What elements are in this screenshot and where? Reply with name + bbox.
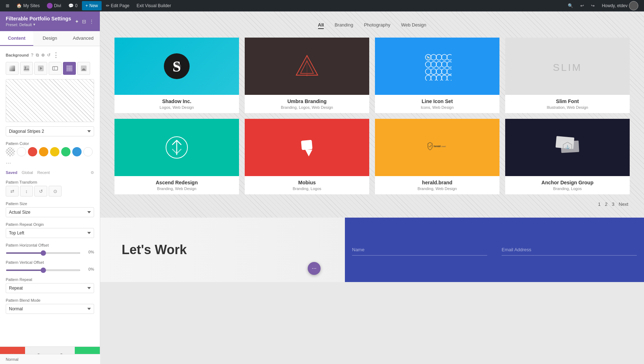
pattern-size-select[interactable]: Actual Size	[6, 207, 94, 217]
bg-video-btn[interactable]	[34, 62, 47, 75]
filter-all[interactable]: All	[318, 22, 324, 29]
pattern-blend-select[interactable]: Normal	[6, 304, 94, 314]
edit-page-button[interactable]: ✏ Edit Page	[103, 0, 132, 11]
pagination-next[interactable]: Next	[619, 202, 628, 207]
herald-title: herald.brand	[379, 180, 495, 185]
svg-rect-5	[53, 67, 58, 70]
content-area: All Branding Photography Web Design S	[100, 11, 644, 364]
shadow-subtitle: Logos, Web Design	[119, 105, 235, 110]
more-options-icon[interactable]: ⋮	[89, 19, 94, 24]
copy-icon[interactable]: ⧉	[36, 53, 39, 58]
color-swatch-light[interactable]	[83, 147, 93, 156]
magic-icon[interactable]: ✦	[75, 19, 79, 24]
pattern-select[interactable]: Diagonal Stripes 2	[6, 126, 94, 136]
svg-text:SLIM: SLIM	[553, 62, 582, 73]
pattern-color-label: Pattern Color	[6, 141, 94, 146]
pattern-repeat-origin-select[interactable]: Top Left	[6, 228, 94, 238]
plus-icon: +	[86, 3, 88, 8]
herald-subtitle: Branding, Web Design	[379, 186, 495, 191]
lineicon-title: Line Icon Set	[379, 98, 495, 104]
pattern-preview	[6, 79, 94, 122]
svg-point-22	[431, 54, 436, 60]
color-swatch-white[interactable]	[17, 147, 26, 156]
bg-more-icon[interactable]: ⋮	[53, 52, 59, 58]
portfolio-item-shadow[interactable]: S Shadow Inc. Logos, Web Design	[114, 38, 239, 113]
flip-v-btn[interactable]: ↕	[20, 186, 33, 196]
rotate-btn[interactable]: ↺	[34, 186, 47, 196]
h-offset-slider[interactable]	[6, 252, 80, 254]
color-swatch-transparent[interactable]	[6, 147, 15, 156]
columns-icon[interactable]: ⊟	[82, 19, 86, 24]
thumb-umbra	[245, 38, 369, 95]
svg-point-33	[436, 69, 442, 74]
divi-icon	[47, 3, 53, 9]
exit-builder-button[interactable]: Exit Visual Builder	[134, 0, 174, 11]
filter-branding[interactable]: Branding	[335, 22, 353, 29]
svg-rect-1	[24, 65, 29, 71]
pattern-repeat-row: Pattern Repeat Repeat	[6, 277, 94, 293]
v-offset-slider[interactable]	[6, 270, 80, 271]
tab-advanced-label: Advanced	[73, 35, 94, 41]
h-offset-value: 0%	[83, 250, 94, 254]
tab-content[interactable]: Content	[0, 31, 33, 46]
main-layout: Filterable Portfolio Settings Preset: De…	[0, 11, 644, 364]
panel-content: Background ? ⧉ ⊕ ↺ ⋮	[0, 46, 100, 346]
panel-preset[interactable]: Preset: Default ▾	[6, 22, 71, 27]
portfolio-item-slim[interactable]: SLIM Slim Font Illustration, Web Design	[505, 38, 630, 113]
tab-advanced[interactable]: Advanced	[67, 31, 100, 46]
divi-item[interactable]: Divi	[44, 0, 64, 11]
bg-mask-btn[interactable]	[77, 62, 90, 75]
transform-buttons: ⇄ ↕ ↺ ⊙	[6, 186, 94, 196]
color-swatch-blue[interactable]	[72, 147, 82, 156]
more-colors-icon[interactable]: ···	[6, 158, 11, 168]
bg-gradient-btn[interactable]	[6, 62, 19, 75]
saved-tab[interactable]: Saved	[6, 170, 17, 175]
bg-pattern-btn[interactable]	[63, 62, 76, 75]
tab-design[interactable]: Design	[33, 31, 67, 46]
undo-admin-button[interactable]: ↩	[577, 0, 587, 11]
page-3[interactable]: 3	[612, 202, 614, 207]
help-icon[interactable]: ?	[31, 53, 33, 58]
color-swatch-red[interactable]	[28, 147, 37, 156]
thumb-shadow: S	[114, 38, 239, 95]
svg-point-26	[425, 62, 431, 67]
filter-web-design[interactable]: Web Design	[401, 22, 426, 29]
filter-photography[interactable]: Photography	[364, 22, 390, 29]
portfolio-item-mobius[interactable]: Mobius Branding, Logos	[245, 119, 369, 194]
comments-item[interactable]: 💬 0	[65, 0, 80, 11]
new-button[interactable]: + New	[82, 1, 102, 10]
portfolio-item-umbra[interactable]: Umbra Branding Branding, Logos, Web Desi…	[245, 38, 369, 113]
ascend-title: Ascend Redesign	[119, 180, 235, 185]
portfolio-item-anchor[interactable]: ⚓ Anchor Design Group Branding, Logos	[505, 119, 630, 194]
page-2[interactable]: 2	[605, 202, 608, 207]
bg-image-btn[interactable]	[20, 62, 33, 75]
bg-slideshow-btn[interactable]	[49, 62, 62, 75]
reset-bg-icon[interactable]: ↺	[47, 53, 50, 58]
flip-h-btn[interactable]: ⇄	[6, 186, 19, 196]
global-tab[interactable]: Global	[21, 170, 33, 175]
pattern-size-row: Pattern Size Actual Size	[6, 202, 94, 217]
status-text: Normal	[6, 357, 18, 361]
panel-title: Filterable Portfolio Settings	[6, 16, 71, 21]
color-swatch-green[interactable]	[61, 147, 70, 156]
color-settings-icon[interactable]: ⚙	[91, 170, 94, 175]
invert-btn[interactable]: ⊙	[49, 186, 62, 196]
cursor-icon[interactable]: ⊕	[41, 53, 45, 58]
my-sites-item[interactable]: 🏠 My Sites	[14, 0, 43, 11]
slim-title: Slim Font	[509, 98, 625, 104]
portfolio-item-herald[interactable]: herald .brand herald.brand Branding, Web…	[375, 119, 499, 194]
herald-info: herald.brand Branding, Web Design	[375, 176, 499, 194]
color-swatch-yellow[interactable]	[50, 147, 59, 156]
redo-admin-button[interactable]: ↪	[588, 0, 597, 11]
wp-icon-item[interactable]: ⊞	[3, 0, 12, 11]
page-1[interactable]: 1	[598, 202, 601, 207]
svg-point-23	[436, 54, 442, 60]
portfolio-item-ascend[interactable]: Ascend Redesign Branding, Web Design	[114, 119, 239, 194]
thumb-slim: SLIM	[505, 38, 630, 95]
pattern-repeat-select[interactable]: Repeat	[6, 283, 94, 293]
pattern-transform-row: Pattern Transform ⇄ ↕ ↺ ⊙	[6, 180, 94, 196]
search-button[interactable]: 🔍	[565, 0, 576, 11]
recent-tab[interactable]: Recent	[37, 170, 50, 175]
portfolio-item-lineicon[interactable]: 📡	[375, 38, 499, 113]
color-swatch-orange[interactable]	[39, 147, 48, 156]
